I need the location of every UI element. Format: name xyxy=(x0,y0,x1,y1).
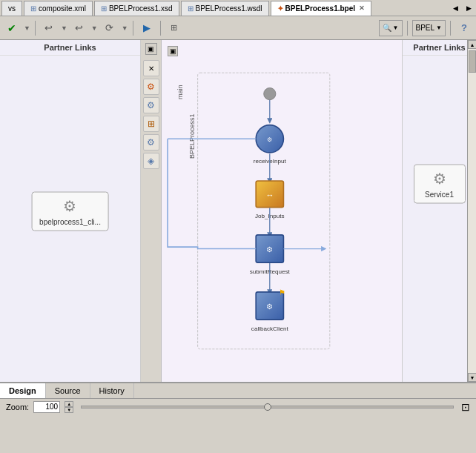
tab-vs[interactable]: vs xyxy=(1,1,22,16)
bottom-tab-history-label: History xyxy=(99,386,125,395)
svg-rect-15 xyxy=(256,292,283,320)
center-canvas: ▣ main BPELProcess1 ⚙ receiveInput ↔ Job… xyxy=(162,40,402,382)
right-partner-link-box[interactable]: ⚙ Service1 xyxy=(414,164,466,203)
bpel-dropdown[interactable]: BPEL ▼ xyxy=(412,20,446,36)
palette-collapse-button[interactable]: ▣ xyxy=(145,43,157,55)
tab-bpelbpel[interactable]: ✦ BPELProcess1.bpel ✕ xyxy=(271,1,371,16)
tab-composite-label: composite.xml xyxy=(39,4,86,13)
right-partner-links-panel: Partner Links ⚙ Service1 xyxy=(402,40,476,382)
zoom-increment-button[interactable]: ▲ xyxy=(65,401,73,407)
zoom-label: Zoom: xyxy=(6,403,29,411)
bottom-tab-history[interactable]: History xyxy=(90,383,134,398)
zoom-slider-track[interactable] xyxy=(81,406,454,409)
bpel-dropdown-arrow: ▼ xyxy=(436,24,442,31)
bottom-tabs: Design Source History xyxy=(0,382,476,398)
tab-bpelxsd-label: BPELProcess1.xsd xyxy=(109,4,173,13)
tab-bpelbpel-icon: ✦ xyxy=(277,4,283,13)
tab-bpelwsdl-icon: ⊞ xyxy=(188,4,194,13)
search-dropdown-arrow: ▼ xyxy=(393,24,399,31)
tab-bpelwsdl-label: BPELProcess1.wsdl xyxy=(196,4,262,13)
toolbar-separator-5 xyxy=(450,21,451,36)
toolbar-separator-1 xyxy=(35,21,36,36)
toolbar-separator-2 xyxy=(133,21,133,36)
undo-dropdown[interactable]: ▼ xyxy=(61,24,67,32)
undo-button[interactable]: ↩ xyxy=(40,19,58,37)
toolbar-separator-4 xyxy=(407,21,408,36)
zoom-input[interactable] xyxy=(33,401,60,413)
svg-text:⚑: ⚑ xyxy=(279,288,285,297)
svg-text:⚙: ⚙ xyxy=(266,245,273,254)
svg-point-1 xyxy=(264,87,276,99)
extra-button[interactable]: ⊞ xyxy=(165,19,183,37)
main-area: Partner Links ⚙ bpelprocess1_cli... ▣ ✕ … xyxy=(0,40,476,382)
redo-dropdown[interactable]: ▼ xyxy=(91,24,98,32)
toolbar-right: 🔍 ▼ BPEL ▼ ? xyxy=(379,19,473,37)
tab-composite-icon: ⊞ xyxy=(30,4,36,13)
toolbar: ✔ ▼ ↩ ▼ ↩ ▼ ⟳ ▼ ▶ ⊞ 🔍 ▼ BPEL ▼ ? xyxy=(0,16,476,40)
vertical-scrollbar[interactable]: ▲ ▼ xyxy=(467,40,476,382)
tab-nav-controls: ◀ ▶ xyxy=(449,1,475,15)
palette-item-4[interactable]: ⊞ xyxy=(143,116,159,132)
scroll-thumb[interactable] xyxy=(469,50,476,73)
left-partner-links-panel: Partner Links ⚙ bpelprocess1_cli... xyxy=(0,40,141,382)
canvas-svg: ⚙ receiveInput ↔ Job_Inputs ⚙ submitRequ… xyxy=(162,40,402,382)
left-partner-label: bpelprocess1_cli... xyxy=(39,217,101,225)
palette-strip: ▣ ✕ ⚙ ⚙ ⊞ ⚙ ◈ xyxy=(141,40,162,382)
save-button[interactable]: ✔ xyxy=(3,19,21,37)
tab-close-button[interactable]: ✕ xyxy=(359,4,365,12)
bottom-tab-design[interactable]: Design xyxy=(0,383,46,398)
svg-point-3 xyxy=(256,125,283,153)
redo-button[interactable]: ↩ xyxy=(70,19,88,37)
tab-bpelxsd-icon: ⊞ xyxy=(101,4,107,13)
tab-vs-label: vs xyxy=(8,4,16,13)
search-dropdown[interactable]: 🔍 ▼ xyxy=(379,20,403,36)
svg-rect-11 xyxy=(256,235,283,262)
svg-text:↔: ↔ xyxy=(265,191,274,199)
palette-item-2[interactable]: ⚙ xyxy=(143,79,159,95)
svg-text:callbackClient: callbackClient xyxy=(251,325,289,332)
zoom-decrement-button[interactable]: ▼ xyxy=(65,407,73,413)
tabs-row: vs ⊞ composite.xml ⊞ BPELProcess1.xsd ⊞ … xyxy=(0,0,476,16)
zoom-slider-container xyxy=(81,406,454,409)
tab-bpelwsdl[interactable]: ⊞ BPELProcess1.wsdl xyxy=(181,1,269,16)
tab-composite[interactable]: ⊞ composite.xml xyxy=(24,1,93,16)
help-button[interactable]: ? xyxy=(455,19,473,37)
right-panel-title: Partner Links xyxy=(403,40,476,56)
svg-rect-7 xyxy=(256,181,283,208)
left-partner-gear-icon: ⚙ xyxy=(63,196,76,214)
left-partner-link-box[interactable]: ⚙ bpelprocess1_cli... xyxy=(31,191,109,231)
run-button[interactable]: ▶ xyxy=(138,19,156,37)
right-partner-gear-icon: ⚙ xyxy=(433,169,446,187)
zoom-slider-thumb[interactable] xyxy=(264,403,271,411)
scroll-track[interactable] xyxy=(468,49,476,373)
palette-item-5[interactable]: ⚙ xyxy=(143,134,159,151)
tab-bpelxsd[interactable]: ⊞ BPELProcess1.xsd xyxy=(94,1,179,16)
svg-rect-0 xyxy=(198,73,330,349)
palette-item-3[interactable]: ⚙ xyxy=(143,97,159,113)
zoom-bar: Zoom: ▲ ▼ ⊡ xyxy=(0,398,476,414)
palette-item-1[interactable]: ✕ xyxy=(143,60,159,76)
bpel-dropdown-label: BPEL xyxy=(416,24,435,32)
bottom-tab-design-label: Design xyxy=(9,386,36,395)
svg-text:submitRequest: submitRequest xyxy=(250,268,291,275)
scroll-down-button[interactable]: ▼ xyxy=(468,373,476,382)
left-panel-title: Partner Links xyxy=(0,40,140,56)
process-label: BPELProcess1 xyxy=(188,55,196,159)
tab-scroll-right[interactable]: ▶ xyxy=(463,1,475,15)
tab-scroll-left[interactable]: ◀ xyxy=(449,1,461,15)
refresh-dropdown[interactable]: ▼ xyxy=(122,24,128,32)
bottom-tab-source[interactable]: Source xyxy=(46,383,90,398)
save-dropdown[interactable]: ▼ xyxy=(24,24,30,32)
toolbar-separator-3 xyxy=(160,21,161,36)
svg-text:receiveInput: receiveInput xyxy=(254,158,287,165)
search-icon: 🔍 xyxy=(383,24,391,32)
zoom-fit-icon[interactable]: ⊡ xyxy=(461,401,470,413)
svg-text:⚙: ⚙ xyxy=(266,302,273,311)
zoom-stepper: ▲ ▼ xyxy=(65,401,73,413)
palette-item-6[interactable]: ◈ xyxy=(143,153,159,169)
scroll-up-button[interactable]: ▲ xyxy=(468,40,476,49)
right-partner-label: Service1 xyxy=(425,190,454,198)
svg-text:Job_Inputs: Job_Inputs xyxy=(255,213,285,219)
refresh-button[interactable]: ⟳ xyxy=(101,19,119,37)
svg-text:⚙: ⚙ xyxy=(267,136,272,143)
